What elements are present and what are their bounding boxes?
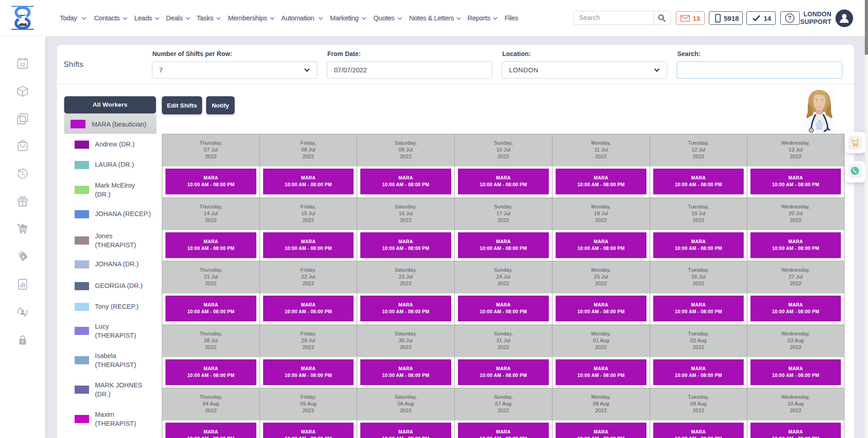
svg-text:12: 12 [20,62,25,67]
